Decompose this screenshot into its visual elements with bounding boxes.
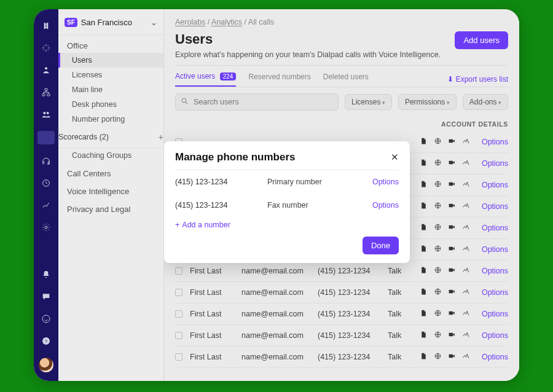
sparkle-icon[interactable] <box>41 42 52 53</box>
tab-active-label: Active users <box>175 72 215 80</box>
row-options-link[interactable]: Options <box>482 181 508 189</box>
file-icon <box>420 223 428 233</box>
modal-number-row: (415) 123-1234 Primary number Options <box>175 170 399 194</box>
modal-type: Fax number <box>267 201 359 210</box>
clock-icon[interactable] <box>41 178 52 189</box>
gear-icon[interactable] <box>41 222 52 233</box>
modal-row-options[interactable]: Options <box>372 178 399 186</box>
svg-rect-17 <box>449 161 453 164</box>
row-options-link[interactable]: Options <box>482 310 508 318</box>
svg-rect-31 <box>449 312 453 315</box>
sidebar-item-privacy[interactable]: Privacy and Legal <box>58 198 163 216</box>
row-options-link[interactable]: Options <box>482 138 508 146</box>
done-button[interactable]: Done <box>363 237 399 254</box>
sidebar-item-mainline[interactable]: Main line <box>58 82 163 97</box>
file-icon <box>420 288 428 297</box>
app-window: ? SF San Francisco ⌄ Office Users Licens… <box>34 9 519 381</box>
sidebar-item-coaching[interactable]: Coaching Groups <box>58 148 163 163</box>
close-icon[interactable]: ✕ <box>391 152 399 163</box>
tab-active-users[interactable]: Active users 224 <box>175 72 236 87</box>
table-row[interactable]: First Last name@email.com (415) 123-1234… <box>175 325 508 347</box>
person-icon[interactable] <box>41 65 52 76</box>
row-options-link[interactable]: Options <box>482 267 508 275</box>
export-users-link[interactable]: ⬇ Export users list <box>447 75 508 84</box>
video-icon <box>448 180 456 190</box>
table-row[interactable]: First Last name@email.com (415) 123-1234… <box>175 282 508 304</box>
filters: Licenses Permissions Add-ons <box>164 87 519 118</box>
svg-rect-6 <box>43 162 44 164</box>
sidebar-item-licenses[interactable]: Licenses <box>58 68 163 82</box>
sidebar-item-callcenters[interactable]: Call Centers <box>58 163 163 181</box>
workspace-switcher[interactable]: SF San Francisco ⌄ <box>58 13 163 35</box>
workspace-name: San Francisco <box>81 18 147 27</box>
svg-text:?: ? <box>45 339 47 344</box>
filter-permissions[interactable]: Permissions <box>398 94 457 110</box>
chart-icon[interactable] <box>41 200 52 211</box>
video-icon <box>448 352 456 362</box>
file-icon <box>420 180 428 190</box>
chat-icon[interactable] <box>41 291 52 302</box>
people-icon[interactable] <box>41 109 52 120</box>
video-icon <box>448 202 456 211</box>
filter-licenses[interactable]: Licenses <box>345 94 392 110</box>
row-options-link[interactable]: Options <box>482 353 508 361</box>
video-icon <box>448 288 456 297</box>
svg-rect-2 <box>42 94 45 96</box>
cell-phone: (415) 123-1234 <box>318 331 380 340</box>
row-options-link[interactable]: Options <box>482 245 508 254</box>
svg-rect-7 <box>48 162 49 164</box>
search-input[interactable] <box>192 97 333 107</box>
sidebar-item-numberporting[interactable]: Number porting <box>58 112 163 127</box>
cell-phone: (415) 123-1234 <box>318 288 380 297</box>
row-options-link[interactable]: Options <box>482 288 508 297</box>
modal-type: Primary number <box>267 178 359 186</box>
table-row[interactable]: First Last name@email.com (415) 123-1234… <box>175 304 508 325</box>
row-options-link[interactable]: Options <box>482 159 508 168</box>
globe-icon <box>434 309 442 319</box>
search-input-wrap[interactable] <box>175 93 339 111</box>
svg-point-10 <box>42 315 50 323</box>
row-options-link[interactable]: Options <box>482 202 508 211</box>
row-checkbox[interactable] <box>175 332 182 339</box>
smile-icon[interactable] <box>41 313 52 324</box>
sidebar-section-scorecards[interactable]: Scorecards (2) + <box>58 127 163 148</box>
hierarchy-icon[interactable] <box>41 87 52 98</box>
add-users-button[interactable]: Add users <box>455 31 508 49</box>
user-avatar[interactable] <box>39 358 53 372</box>
svg-rect-27 <box>449 269 453 272</box>
bell-icon[interactable] <box>41 269 52 280</box>
search-icon <box>181 97 189 107</box>
activity-icon <box>462 266 470 276</box>
table-row[interactable]: First Last name@email.com (415) 123-1234… <box>175 347 508 368</box>
row-options-link[interactable]: Options <box>482 331 508 340</box>
tab-reserved-numbers[interactable]: Reserved numbers <box>248 73 310 86</box>
file-icon <box>420 266 428 276</box>
sidebar-item-users[interactable]: Users <box>58 53 163 68</box>
crumb-aerolabs[interactable]: Aerolabs <box>175 18 205 26</box>
cell-plan: Talk <box>388 267 412 275</box>
rail-selected-item[interactable] <box>37 131 55 144</box>
cell-name: First Last <box>190 331 234 340</box>
tab-deleted-users[interactable]: Deleted users <box>323 73 369 86</box>
svg-rect-19 <box>449 182 453 186</box>
plus-icon[interactable]: + <box>159 132 163 142</box>
file-icon <box>420 331 428 340</box>
row-checkbox[interactable] <box>175 353 182 361</box>
globe-icon <box>434 288 442 297</box>
cell-email: name@email.com <box>241 288 310 297</box>
sidebar-item-deskphones[interactable]: Desk phones <box>58 97 163 112</box>
row-options-link[interactable]: Options <box>482 224 508 232</box>
svg-rect-3 <box>47 94 50 96</box>
crumb-analytics[interactable]: Analytics <box>211 18 242 26</box>
filter-addons[interactable]: Add-ons <box>463 94 508 110</box>
row-checkbox[interactable] <box>175 267 182 275</box>
table-row[interactable]: First Last name@email.com (415) 123-1234… <box>175 261 508 282</box>
headset-icon[interactable] <box>41 155 52 167</box>
modal-row-options[interactable]: Options <box>372 201 399 210</box>
add-number-link[interactable]: + Add a number <box>175 217 399 237</box>
help-icon[interactable]: ? <box>41 335 52 347</box>
row-checkbox[interactable] <box>175 310 182 318</box>
row-checkbox[interactable] <box>175 289 182 296</box>
sidebar-item-voice[interactable]: Voice Intelligence <box>58 181 163 198</box>
cell-account-icons <box>420 331 471 340</box>
